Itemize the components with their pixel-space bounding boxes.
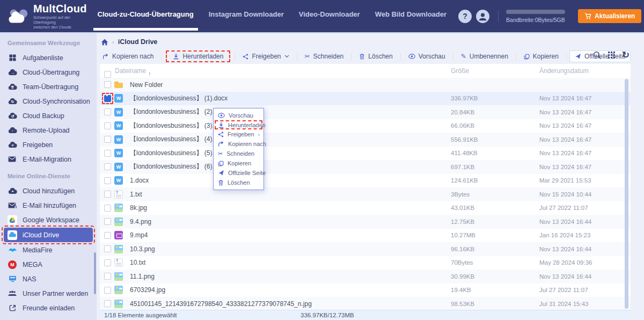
table-row[interactable]: 【londonlovesbusiness】 (1).docx336.97KBNo…: [100, 92, 631, 106]
row-checkbox[interactable]: [104, 232, 111, 239]
sidebar-item-e-mail-hinzuf-gen[interactable]: +E-Mail hinzufügen: [0, 198, 97, 213]
context-menu-freigeben[interactable]: Freigeben›: [214, 129, 264, 139]
table-row[interactable]: 【londonlovesbusiness】 (2).docx20.84KBNov…: [100, 105, 631, 119]
column-header-date[interactable]: Änderungsdatum: [539, 67, 588, 75]
row-checkbox[interactable]: [104, 218, 111, 225]
table-row[interactable]: 1.txt3BytesNov 15 2024 10:44: [100, 187, 631, 201]
toolbar-kopieren-nach-button[interactable]: Kopieren nach: [98, 50, 158, 62]
refresh-button[interactable]: ↻: [622, 52, 630, 59]
share-icon: [218, 132, 224, 137]
cloud-share-icon: <: [7, 141, 18, 148]
download-icon: [218, 122, 224, 128]
sidebar-item-mediafire[interactable]: MediaFire: [0, 243, 97, 257]
tab-cloud-zu-cloud-bertragung[interactable]: Cloud-zu-Cloud-Übertragung: [90, 0, 201, 33]
brand-tagline-1: Schwerpunkt auf der Übertragung: [33, 15, 87, 25]
row-checkbox[interactable]: [104, 205, 111, 212]
table-row[interactable]: 6703294.jpg19.4KBJul 27 2022 11:07: [100, 283, 631, 297]
file-date: May 28 2024 09:36: [539, 259, 592, 266]
row-checkbox[interactable]: [104, 245, 111, 252]
row-checkbox[interactable]: [104, 163, 111, 170]
sidebar-item-unser-partner-werden[interactable]: Unser Partner werden: [0, 286, 97, 301]
context-menu-vorschau[interactable]: Vorschau: [214, 111, 264, 120]
file-name: 1.txt: [130, 191, 142, 198]
context-menu-kopieren-nach[interactable]: Kopieren nach: [214, 139, 264, 149]
sidebar-item-icloud-drive[interactable]: iCloud Drive: [4, 228, 93, 242]
toolbar-kopieren-button[interactable]: Kopieren: [519, 50, 564, 62]
table-row[interactable]: New Folder: [100, 78, 631, 92]
row-checkbox[interactable]: [104, 177, 111, 184]
table-row[interactable]: 10.3.png96.16KBNov 13 2024 16:44: [100, 242, 631, 256]
select-all-checkbox[interactable]: [104, 71, 111, 78]
multcloud-logo[interactable]: MultCloud Schwerpunkt auf der Übertragun…: [6, 3, 87, 30]
grid-view-button[interactable]: [608, 52, 615, 59]
row-checkbox[interactable]: [104, 259, 111, 266]
sidebar-item-label: Cloud-Synchronisation: [23, 98, 90, 105]
row-checkbox[interactable]: [104, 191, 111, 198]
context-menu-l-schen[interactable]: Löschen: [214, 178, 264, 187]
toolbar-vorschau-button[interactable]: Vorschau: [404, 50, 450, 62]
docx-file-icon: [114, 176, 123, 185]
sidebar-item-e-mail-migration[interactable]: →E-Mail-Migration: [0, 152, 97, 166]
partner-icon: [7, 290, 18, 296]
sidebar-item-freigeben[interactable]: <Freigeben: [0, 137, 97, 152]
sidebar-item-nas[interactable]: NAS: [0, 272, 97, 286]
row-checkbox[interactable]: [104, 287, 111, 294]
toolbar-schneiden-button[interactable]: ✂Schneiden: [300, 50, 349, 62]
row-checkbox[interactable]: [104, 122, 111, 129]
table-row[interactable]: 8k.jpg43.01KBJul 27 2022 11:07: [100, 201, 631, 215]
sidebar-item-mega[interactable]: MMEGA: [0, 257, 97, 272]
breadcrumb-separator: ›: [112, 39, 114, 45]
sidebar-item-cloud-synchronisation[interactable]: ↻Cloud-Synchronisation: [0, 94, 97, 108]
sidebar-item-team-bertragung[interactable]: ⇈Team-Übertragung: [0, 79, 97, 94]
toolbar-umbenennen-button[interactable]: ✎Umbenennen: [456, 50, 513, 62]
search-button[interactable]: [593, 51, 601, 59]
sidebar-item-aufgabenliste[interactable]: Aufgabenliste: [0, 50, 97, 65]
table-row[interactable]: 9.4.png12.75KBNov 13 2024 16:44: [100, 215, 631, 229]
upgrade-button[interactable]: Aktualisieren: [578, 9, 641, 23]
context-menu-kopieren[interactable]: Kopieren: [214, 158, 264, 168]
column-header-size[interactable]: Größe: [451, 67, 469, 75]
table-row[interactable]: 451001145_1214391672798540_4333821277379…: [100, 297, 631, 310]
row-checkbox[interactable]: [104, 95, 111, 102]
header-divider: [498, 11, 499, 21]
column-header-name[interactable]: Dateiname↑: [115, 67, 146, 75]
table-row[interactable]: 1.docx124.61KBMar 29 2021 15:53: [100, 174, 631, 188]
sidebar-item-cloud-bertragung[interactable]: →Cloud-Übertragung: [0, 65, 97, 79]
account-button[interactable]: [476, 10, 489, 23]
docx-file-icon: [114, 163, 123, 171]
sidebar-item-remote-upload[interactable]: ↑Remote-Upload: [0, 123, 97, 137]
table-row[interactable]: 【londonlovesbusiness】 (6).docx697.1KBNov…: [100, 160, 631, 174]
table-row[interactable]: 【londonlovesbusiness】 (4).docx556.91KBNo…: [100, 133, 631, 147]
sidebar-item-cloud-hinzuf-gen[interactable]: +Cloud hinzufügen: [0, 184, 97, 198]
row-checkbox[interactable]: [104, 150, 111, 157]
row-checkbox[interactable]: [104, 300, 111, 307]
sidebar-item-freunde-einladen[interactable]: Freunde einladen: [0, 301, 97, 315]
tab-web-bild-downloader[interactable]: Web Bild Downloader: [368, 0, 454, 33]
tab-instagram-downloader[interactable]: Instagram Downloader: [201, 0, 291, 33]
row-checkbox[interactable]: [104, 136, 111, 143]
breadcrumb-current[interactable]: iCloud Drive: [118, 38, 158, 46]
table-row[interactable]: 【londonlovesbusiness】 (5).docx411.48KBNo…: [100, 147, 631, 161]
table-row[interactable]: 9.mp410.27MBJan 16 2024 15:23: [100, 229, 631, 243]
row-checkbox[interactable]: [104, 273, 111, 280]
home-icon[interactable]: [101, 39, 108, 46]
table-row[interactable]: 10.txt70BytesMay 28 2024 09:36: [100, 256, 631, 270]
row-checkbox[interactable]: [104, 108, 111, 115]
sidebar-item-cloud-backup[interactable]: ↺Cloud Backup: [0, 108, 97, 123]
img-file-icon: [114, 286, 123, 294]
file-size: 96.16KB: [451, 246, 474, 252]
row-checkbox[interactable]: [104, 81, 111, 88]
table-row[interactable]: 11.1.png30.99KBNov 13 2024 16:44: [100, 270, 631, 283]
toolbar-herunterladen-button[interactable]: Herunterladen: [166, 50, 230, 62]
context-menu-herunterladen[interactable]: Herunterladen: [215, 120, 262, 129]
help-button[interactable]: ?: [458, 10, 472, 23]
table-row[interactable]: 【londonlovesbusiness】 (3).docx66.06KBNov…: [100, 119, 631, 133]
toolbar-freigeben-button[interactable]: Freigeben: [238, 50, 294, 62]
table-scrollbar[interactable]: [625, 79, 628, 309]
sidebar-scrollbar[interactable]: [94, 252, 96, 294]
tab-video-downloader[interactable]: Video-Downloader: [291, 0, 368, 33]
toolbar-l-schen-button[interactable]: Löschen: [354, 50, 397, 62]
context-menu-schneiden[interactable]: ✂Schneiden: [214, 149, 264, 158]
sidebar-item-google-workspace[interactable]: Google Workspace: [0, 213, 97, 227]
context-menu-offizielle-seite[interactable]: Offizielle Seite: [214, 168, 264, 178]
